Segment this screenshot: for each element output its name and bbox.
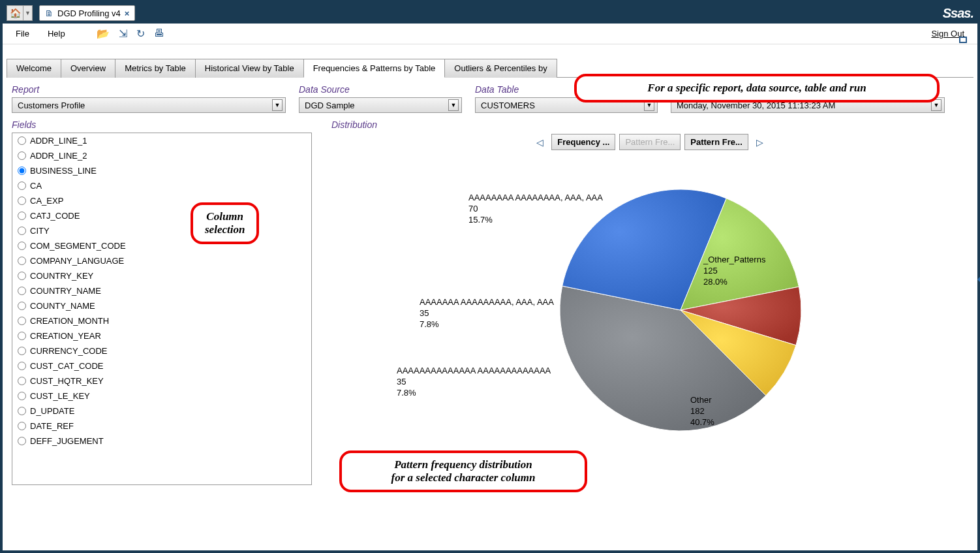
field-radio[interactable] (18, 392, 26, 400)
field-radio[interactable] (18, 272, 26, 280)
field-radio[interactable] (18, 182, 26, 190)
field-radio[interactable] (18, 242, 26, 250)
field-label: COMPANY_LANGUAGE (30, 256, 124, 266)
chevron-down-icon: ▼ (272, 99, 283, 111)
menu-help[interactable]: Help (48, 29, 65, 39)
chart-label: Other18240.7% (690, 395, 714, 428)
tab-outliers-percentiles-by[interactable]: Outliers & Percentiles by (444, 59, 557, 78)
annotation-bottom: Pattern frequency distributionfor a sele… (339, 450, 587, 492)
refresh-icon[interactable]: ↻ (136, 27, 145, 40)
field-radio[interactable] (18, 287, 26, 295)
field-label: CA (30, 181, 42, 191)
open-icon[interactable]: 📂 (97, 27, 110, 40)
field-item[interactable]: ADDR_LINE_1 (12, 133, 311, 148)
field-label: ADDR_LINE_2 (30, 151, 87, 161)
field-item[interactable]: CATJ_CODE (12, 208, 311, 223)
field-label: CUST_LE_KEY (30, 391, 90, 401)
field-label: CREATION_MONTH (30, 316, 109, 326)
field-item[interactable]: CURRENCY_CODE (12, 343, 311, 358)
field-label: COUNTRY_KEY (30, 271, 93, 281)
field-radio[interactable] (18, 407, 26, 415)
field-radio[interactable] (18, 257, 26, 265)
field-item[interactable]: CUST_LE_KEY (12, 388, 311, 403)
field-radio[interactable] (18, 362, 26, 370)
fields-scroll[interactable]: ADDR_LINE_1ADDR_LINE_2BUSINESS_LINECACA_… (12, 133, 311, 484)
field-radio[interactable] (18, 317, 26, 325)
tab-metrics-by-table[interactable]: Metrics by Table (115, 59, 196, 78)
maximize-icon[interactable] (959, 37, 967, 43)
field-radio[interactable] (18, 302, 26, 310)
dist-tab-pattern1[interactable]: Pattern Fre... (619, 134, 681, 150)
field-item[interactable]: CA_EXP (12, 193, 311, 208)
dist-prev-icon[interactable]: ◁ (532, 137, 547, 148)
document-title: DGD Profiling v4 (57, 8, 121, 18)
field-label: CREATION_YEAR (30, 331, 101, 341)
field-item[interactable]: D_UPDATE (12, 403, 311, 419)
field-item[interactable]: CUST_CAT_CODE (12, 358, 311, 373)
tab-overview[interactable]: Overview (61, 59, 115, 78)
field-radio[interactable] (18, 227, 26, 235)
panel-drag-handle[interactable]: ⋮⋮ (977, 261, 980, 273)
print-icon[interactable]: 🖶 (154, 27, 164, 40)
field-item[interactable]: DATE_REF (12, 419, 311, 434)
field-item[interactable]: COMPANY_LANGUAGE (12, 253, 311, 268)
menu-file[interactable]: File (16, 29, 29, 39)
annotation-left: Columnselection (191, 202, 259, 244)
datatable-value: CUSTOMERS (481, 101, 535, 110)
document-tab[interactable]: 🗎 DGD Profiling v4 × (39, 5, 135, 21)
dist-tab-pattern2[interactable]: Pattern Fre... (684, 134, 748, 150)
field-radio[interactable] (18, 151, 26, 160)
field-item[interactable]: CUST_HQTR_KEY (12, 373, 311, 388)
field-radio[interactable] (18, 422, 26, 430)
field-radio[interactable] (18, 166, 26, 175)
home-dropdown[interactable]: ▼ (23, 5, 33, 21)
document-icon: 🗎 (45, 8, 54, 18)
report-select[interactable]: Customers Profile ▼ (12, 97, 286, 113)
panel-drag-handle[interactable]: ⋮⋮ (977, 286, 980, 298)
field-label: D_UPDATE (30, 406, 74, 416)
field-item[interactable]: DEFF_JUGEMENT (12, 434, 311, 449)
field-item[interactable]: CREATION_MONTH (12, 313, 311, 328)
field-label: BUSINESS_LINE (30, 166, 97, 176)
field-item[interactable]: CA (12, 178, 311, 193)
field-radio[interactable] (18, 136, 26, 145)
field-radio[interactable] (18, 377, 26, 385)
field-label: CATJ_CODE (30, 211, 80, 221)
close-icon[interactable]: × (125, 8, 130, 18)
tab-historical-view-by-table[interactable]: Historical View by Table (195, 59, 304, 78)
annotation-top: For a specific report, data source, tabl… (574, 74, 940, 103)
chart-label: AAAAAAA AAAAAAAAA, AAA, AAA357.8% (420, 297, 554, 330)
filter-label-datasource: Data Source (299, 84, 462, 95)
field-label: COM_SEGMENT_CODE (30, 241, 126, 251)
home-button[interactable]: 🏠 (7, 5, 23, 21)
field-radio[interactable] (18, 197, 26, 205)
tab-welcome[interactable]: Welcome (7, 59, 61, 78)
field-item[interactable]: COM_SEGMENT_CODE (12, 238, 311, 253)
chevron-down-icon: ▼ (448, 99, 459, 111)
field-label: CUST_HQTR_KEY (30, 376, 104, 386)
dist-tab-frequency[interactable]: Frequency ... (551, 134, 615, 150)
field-label: COUNTY_NAME (30, 301, 95, 311)
field-item[interactable]: COUNTRY_NAME (12, 283, 311, 298)
field-label: CITY (30, 226, 50, 236)
chart-label: AAAAAAAAAAAAAA AAAAAAAAAAAAA357.8% (397, 366, 551, 399)
datasource-select[interactable]: DGD Sample ▼ (299, 97, 462, 113)
field-item[interactable]: BUSINESS_LINE (12, 163, 311, 178)
field-radio[interactable] (18, 437, 26, 445)
tab-frequencies-patterns-by-table[interactable]: Frequencies & Patterns by Table (303, 59, 446, 78)
export-icon[interactable]: ⇲ (119, 27, 127, 40)
dist-next-icon[interactable]: ▷ (752, 137, 767, 148)
field-item[interactable]: ADDR_LINE_2 (12, 148, 311, 163)
fields-list: ADDR_LINE_1ADDR_LINE_2BUSINESS_LINECACA_… (12, 133, 312, 485)
field-label: CUST_CAT_CODE (30, 361, 103, 371)
field-radio[interactable] (18, 332, 26, 340)
field-item[interactable]: CREATION_YEAR (12, 328, 311, 343)
field-item[interactable]: COUNTY_NAME (12, 298, 311, 313)
field-radio[interactable] (18, 212, 26, 220)
field-label: COUNTRY_NAME (30, 286, 101, 296)
datasource-value: DGD Sample (305, 101, 355, 110)
field-item[interactable]: CITY (12, 223, 311, 238)
field-label: DATE_REF (30, 421, 74, 431)
field-item[interactable]: COUNTRY_KEY (12, 268, 311, 283)
field-radio[interactable] (18, 347, 26, 355)
